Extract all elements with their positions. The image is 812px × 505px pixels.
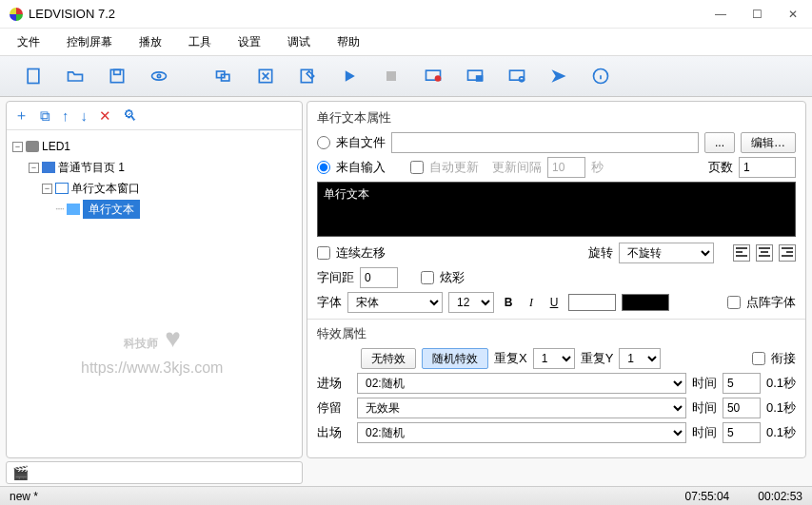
- align-left-icon[interactable]: [733, 244, 750, 262]
- auto-update-checkbox[interactable]: [410, 161, 424, 174]
- status-left: new *: [10, 490, 38, 503]
- rotate-label: 旋转: [588, 244, 613, 262]
- bg-color-swatch[interactable]: [622, 294, 669, 311]
- spacing-input[interactable]: [360, 267, 398, 288]
- tree-node-item[interactable]: ····· 单行文本: [12, 199, 296, 220]
- stay-time-input[interactable]: [723, 398, 761, 418]
- interval-input[interactable]: [547, 157, 585, 178]
- font-size-select[interactable]: 12: [448, 292, 494, 313]
- time-unit-2: 0.1秒: [766, 399, 796, 417]
- repeaty-label: 重复Y: [581, 350, 614, 367]
- lock-screen-icon[interactable]: [461, 62, 489, 90]
- pages-input[interactable]: [739, 157, 796, 178]
- time-unit-3: 0.1秒: [766, 424, 796, 441]
- align-right-icon[interactable]: [779, 244, 796, 262]
- join-label: 衔接: [771, 350, 796, 367]
- svg-rect-8: [301, 69, 312, 82]
- open-file-icon[interactable]: [61, 62, 89, 90]
- exit-time-input[interactable]: [723, 422, 761, 443]
- windows-icon[interactable]: [209, 62, 238, 90]
- tree-node-led[interactable]: − LED1: [12, 136, 296, 157]
- tree-copy-icon[interactable]: ⧉: [40, 107, 50, 125]
- enter-select[interactable]: 02:随机: [357, 373, 686, 394]
- pages-label: 页数: [708, 159, 733, 176]
- menu-debug[interactable]: 调试: [287, 34, 310, 50]
- stay-select[interactable]: 无效果: [357, 398, 686, 418]
- menu-tool[interactable]: 工具: [188, 34, 211, 50]
- radio-from-file[interactable]: [317, 136, 330, 149]
- font-select[interactable]: 宋体: [347, 292, 443, 313]
- text-color-swatch[interactable]: [568, 294, 616, 311]
- send-icon[interactable]: [545, 62, 573, 90]
- join-checkbox[interactable]: [752, 352, 765, 365]
- underline-icon[interactable]: U: [545, 296, 563, 309]
- menu-screen[interactable]: 控制屏幕: [67, 34, 112, 50]
- screen-settings-icon[interactable]: [503, 62, 531, 90]
- play-icon[interactable]: [335, 62, 364, 90]
- minimize-button[interactable]: —: [711, 8, 730, 21]
- tree-node-page[interactable]: − 普通节目页 1: [12, 157, 296, 178]
- stop-icon[interactable]: [377, 62, 406, 90]
- radio-from-input[interactable]: [317, 161, 330, 174]
- screen-off-icon[interactable]: [419, 62, 447, 90]
- svg-rect-2: [114, 69, 121, 74]
- stay-label: 停留: [317, 399, 351, 417]
- tree-delete-icon[interactable]: ✕: [99, 107, 111, 125]
- from-input-label: 来自输入: [336, 159, 386, 176]
- save-icon[interactable]: [103, 62, 131, 90]
- tree-win-label: 单行文本窗口: [71, 179, 140, 198]
- status-time-1: 07:55:04: [685, 490, 730, 503]
- maximize-button[interactable]: ☐: [747, 8, 766, 21]
- text-content-box[interactable]: 单行文本: [317, 182, 796, 237]
- edit-icon[interactable]: [293, 62, 322, 90]
- repeatx-select[interactable]: 1: [533, 348, 575, 369]
- tree-led-label: LED1: [42, 137, 70, 156]
- spacing-label: 字间距: [317, 269, 354, 286]
- tree-add-icon[interactable]: ＋: [14, 107, 29, 125]
- continuous-left-checkbox[interactable]: [317, 246, 330, 260]
- auto-update-label: 自动更新: [429, 159, 479, 176]
- dot-font-label: 点阵字体: [746, 294, 796, 311]
- preview-icon[interactable]: [145, 62, 173, 90]
- fx-section-title: 特效属性: [317, 325, 796, 342]
- edit-button[interactable]: 编辑…: [741, 132, 796, 153]
- browse-button[interactable]: ...: [704, 132, 735, 153]
- new-file-icon[interactable]: [19, 62, 48, 90]
- bold-icon[interactable]: B: [500, 296, 517, 309]
- tree-down-icon[interactable]: ↓: [81, 107, 89, 124]
- svg-rect-0: [28, 69, 39, 84]
- exit-select[interactable]: 02:随机: [357, 422, 686, 443]
- interval-unit: 秒: [591, 159, 604, 176]
- info-icon[interactable]: [586, 62, 615, 90]
- menu-play[interactable]: 播放: [139, 34, 162, 50]
- color-effect-label: 炫彩: [440, 269, 465, 286]
- tree-search-icon[interactable]: 🔍︎: [123, 107, 137, 124]
- svg-rect-13: [477, 76, 483, 81]
- clapper-icon[interactable]: 🎬: [12, 465, 29, 480]
- fullscreen-icon[interactable]: [251, 62, 280, 90]
- time-unit-1: 0.1秒: [766, 375, 796, 392]
- file-path-input[interactable]: [391, 132, 699, 153]
- fx-random-button[interactable]: 随机特效: [422, 348, 488, 369]
- tree-node-window[interactable]: − 单行文本窗口: [12, 178, 296, 199]
- dot-font-checkbox[interactable]: [727, 296, 741, 309]
- from-file-label: 来自文件: [336, 134, 386, 151]
- status-time-2: 00:02:53: [758, 490, 802, 503]
- color-effect-checkbox[interactable]: [421, 271, 434, 284]
- enter-label: 进场: [317, 375, 351, 392]
- repeatx-label: 重复X: [494, 350, 527, 367]
- menu-file[interactable]: 文件: [17, 34, 40, 50]
- menu-help[interactable]: 帮助: [337, 34, 360, 50]
- repeaty-select[interactable]: 1: [619, 348, 661, 369]
- close-button[interactable]: ✕: [783, 8, 802, 21]
- rotate-select[interactable]: 不旋转: [619, 243, 714, 263]
- italic-icon[interactable]: I: [523, 296, 540, 310]
- interval-label: 更新间隔: [492, 159, 542, 176]
- window-title: LEDVISION 7.2: [29, 7, 711, 21]
- enter-time-input[interactable]: [723, 373, 761, 394]
- tree-page-label: 普通节目页 1: [58, 158, 125, 177]
- tree-up-icon[interactable]: ↑: [62, 107, 69, 124]
- align-center-icon[interactable]: [756, 244, 773, 262]
- menu-setting[interactable]: 设置: [238, 34, 261, 50]
- fx-none-button[interactable]: 无特效: [361, 348, 416, 369]
